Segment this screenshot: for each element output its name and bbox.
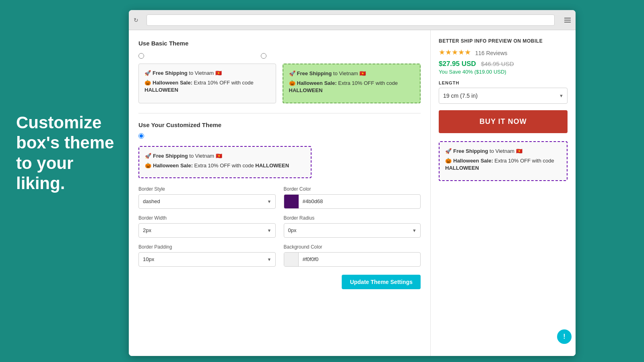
right-box-line1: 🚀Free Shipping to Vietnam 🇻🇳	[445, 148, 561, 155]
border-padding-select-wrapper: 5px 10px 15px 20px ▼	[138, 252, 276, 267]
box1-line1: 🚀Free Shipping to Vietnam 🇻🇳	[144, 70, 270, 77]
border-color-label: Border Color	[284, 186, 421, 192]
basic-theme-box-1: 🚀Free Shipping to Vietnam 🇻🇳 🎃Halloween …	[138, 64, 276, 103]
basic-radio-2[interactable]	[261, 53, 266, 59]
background-color-swatch[interactable]	[284, 252, 299, 267]
custom-radio-row	[138, 133, 421, 140]
reviews-count: 116 Reviews	[475, 50, 507, 56]
length-select-wrapper: 19 cm (7.5 in) ▼	[439, 88, 568, 104]
update-theme-button[interactable]: Update Theme Settings	[342, 275, 421, 289]
border-padding-label: Border Padding	[138, 244, 276, 250]
right-panel: BETTER SHIP INFO PREVIEW ON MOBILE ★★★★★…	[431, 30, 576, 356]
custom-preview-box: 🚀Free Shipping to Vietnam 🇻🇳 🎃Halloween …	[138, 146, 312, 178]
border-width-select-wrapper: 1px 2px 3px 4px ▼	[138, 223, 276, 238]
browser-content: Use Basic Theme 🚀Free Shipping to Vietna…	[129, 30, 576, 356]
star-rating: ★★★★★	[439, 48, 471, 57]
border-radius-select-wrapper: 0px 4px 8px 12px ▼	[284, 223, 421, 238]
border-padding-select[interactable]: 5px 10px 15px 20px	[138, 252, 276, 267]
preview-title: BETTER SHIP INFO PREVIEW ON MOBILE	[439, 38, 568, 44]
section-divider	[138, 113, 421, 113]
browser-window: ↻ Use Basic Theme 🚀Free Shipping to	[129, 10, 576, 356]
basic-theme-section: Use Basic Theme 🚀Free Shipping to Vietna…	[138, 40, 421, 103]
custom-radio[interactable]	[138, 133, 144, 139]
price-current: $27.95 USD	[439, 60, 476, 68]
background-color-field: Background Color	[284, 244, 421, 267]
chat-bubble[interactable]: !	[557, 329, 572, 344]
customized-theme-section: Use Your Customized Theme 🚀Free Shipping…	[138, 121, 421, 289]
border-color-swatch[interactable]	[284, 194, 299, 209]
border-radius-select[interactable]: 0px 4px 8px 12px	[284, 223, 421, 238]
custom-box-line2: 🎃Halloween Sale: Extra 10% OFF with code…	[145, 162, 305, 169]
basic-theme-boxes: 🚀Free Shipping to Vietnam 🇻🇳 🎃Halloween …	[138, 64, 421, 103]
border-width-field: Border Width 1px 2px 3px 4px ▼	[138, 215, 276, 238]
price-original: $46.95 USD	[481, 60, 514, 67]
border-color-wrapper	[284, 194, 421, 209]
border-radius-field: Border Radius 0px 4px 8px 12px ▼	[284, 215, 421, 238]
border-style-field: Border Style solid dashed dotted none ▼	[138, 186, 276, 209]
basic-theme-box-2: 🚀Free Shipping to Vietnam 🇻🇳 🎃Halloween …	[283, 64, 421, 103]
basic-radio-1[interactable]	[138, 53, 144, 59]
background-color-input[interactable]	[299, 256, 421, 262]
buy-now-button[interactable]: BUY IT NOW	[439, 110, 568, 133]
main-panel: Use Basic Theme 🚀Free Shipping to Vietna…	[129, 30, 431, 356]
custom-box-line1: 🚀Free Shipping to Vietnam 🇻🇳	[145, 152, 305, 160]
box1-line2: 🎃Halloween Sale: Extra 10% OFF with code…	[144, 79, 270, 94]
border-style-select[interactable]: solid dashed dotted none	[138, 194, 276, 209]
theme-form: Border Style solid dashed dotted none ▼	[138, 186, 421, 267]
background-color-wrapper	[284, 252, 421, 267]
border-color-input[interactable]	[299, 198, 421, 204]
url-bar[interactable]	[147, 14, 555, 26]
border-padding-field: Border Padding 5px 10px 15px 20px ▼	[138, 244, 276, 267]
border-radius-label: Border Radius	[284, 215, 421, 221]
update-btn-row: Update Theme Settings	[138, 275, 421, 289]
border-color-field: Border Color	[284, 186, 421, 209]
border-style-select-wrapper: solid dashed dotted none ▼	[138, 194, 276, 209]
browser-toolbar: ↻	[129, 10, 576, 30]
background-color-label: Background Color	[284, 244, 421, 250]
save-text: You Save 40% ($19.00 USD)	[439, 69, 568, 75]
right-preview-box: 🚀Free Shipping to Vietnam 🇻🇳 🎃Halloween …	[439, 141, 568, 181]
border-style-label: Border Style	[138, 186, 276, 192]
box2-line2: 🎃Halloween Sale: Extra 10% OFF with code…	[289, 80, 415, 94]
customized-theme-title: Use Your Customized Theme	[138, 121, 421, 128]
length-label: LENGTH	[439, 80, 568, 85]
basic-radio-row	[138, 53, 421, 59]
length-select[interactable]: 19 cm (7.5 in)	[439, 88, 568, 104]
box2-line1: 🚀Free Shipping to Vietnam 🇻🇳	[289, 70, 415, 77]
rating-row: ★★★★★ 116 Reviews	[439, 48, 568, 57]
browser-menu-icon[interactable]	[564, 18, 571, 23]
border-width-label: Border Width	[138, 215, 276, 221]
right-box-line2: 🎃Halloween Sale: Extra 10% OFF with code…	[445, 157, 561, 172]
border-width-select[interactable]: 1px 2px 3px 4px	[138, 223, 276, 238]
price-row: $27.95 USD $46.95 USD	[439, 60, 568, 68]
refresh-icon[interactable]: ↻	[134, 17, 140, 23]
basic-theme-title: Use Basic Theme	[138, 40, 421, 47]
hero-heading: Customize box's theme to your liking.	[16, 113, 121, 194]
